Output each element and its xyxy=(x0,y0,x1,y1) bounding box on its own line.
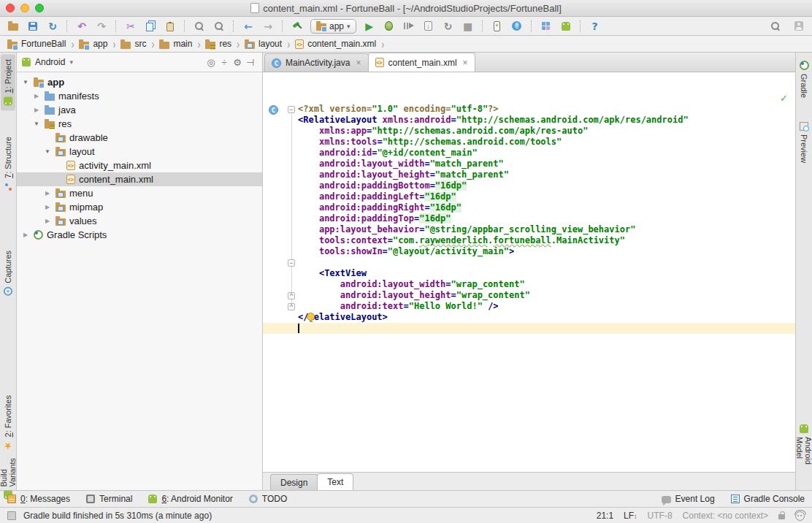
tree-item-activity-main-xml[interactable]: activity_main.xml xyxy=(17,159,262,172)
gradle-console-button[interactable]: Gradle Console xyxy=(731,494,805,504)
locate-icon[interactable]: ◎ xyxy=(204,57,218,68)
breadcrumb-separator: › xyxy=(67,37,77,51)
tool-tab-project[interactable]: 1: Project xyxy=(1,54,15,110)
tree-item-menu[interactable]: ▶menu xyxy=(17,186,262,200)
window-title: content_main.xml - FortuneBall - [~/Andr… xyxy=(0,3,812,14)
editor-tab-mainactivity-java[interactable]: MainActivity.java× xyxy=(264,53,369,72)
editor-mode-tab-design[interactable]: Design xyxy=(270,474,318,490)
line-separator-widget[interactable]: LF↕ xyxy=(624,511,637,521)
open-folder-button[interactable] xyxy=(4,18,22,34)
editor-mode-tab-text[interactable]: Text xyxy=(317,473,353,490)
lock-icon[interactable] xyxy=(778,514,785,519)
settings-gear-icon[interactable]: ⚙ xyxy=(231,57,244,68)
paste-button[interactable] xyxy=(161,18,179,34)
label: Gradle Console xyxy=(744,494,805,504)
redo-button[interactable]: ↷ xyxy=(93,18,110,34)
project-structure-button[interactable] xyxy=(537,18,555,34)
event-log-button[interactable]: Event Log xyxy=(662,494,715,504)
copy-button[interactable] xyxy=(142,18,159,34)
stop-button[interactable]: ■ xyxy=(459,18,477,34)
undo-button[interactable]: ↶ xyxy=(73,18,91,34)
inspections-profile-icon[interactable] xyxy=(795,511,805,521)
encoding-widget[interactable]: UTF-8 xyxy=(648,511,673,521)
tree-expander-icon[interactable]: ▶ xyxy=(32,107,41,113)
close-icon[interactable]: × xyxy=(356,58,361,68)
user-button[interactable] xyxy=(790,18,808,34)
breadcrumb-label: content_main.xml xyxy=(307,39,376,49)
tree-item-java[interactable]: ▶java xyxy=(17,103,262,117)
sync-button[interactable]: ↻ xyxy=(44,18,61,34)
code-line: xmlns:tools="http://schemas.android.com/… xyxy=(263,137,795,148)
attach-debugger-button[interactable] xyxy=(420,18,437,34)
code-editor[interactable]: − − ^ ^ ✓ <?xml version="1.0" encoding="… xyxy=(263,72,795,472)
back-button[interactable]: ← xyxy=(240,18,257,34)
editor-tab-content-main-xml[interactable]: content_main.xml× xyxy=(368,53,475,72)
tool-tab-captures[interactable]: Captures xyxy=(1,245,15,301)
tool-tab-favorites[interactable]: ★2: Favorites xyxy=(1,390,15,457)
tree-expander-icon[interactable]: ▶ xyxy=(21,232,30,238)
tree-item-drawable[interactable]: drawable xyxy=(17,131,262,145)
tree-expander-icon[interactable]: ▼ xyxy=(32,121,41,127)
search-everywhere-button[interactable] xyxy=(767,18,784,34)
sdk-manager-button[interactable] xyxy=(557,18,575,34)
tool-tab-structure[interactable]: 7: Structure xyxy=(1,131,15,196)
tree-expander-icon[interactable]: ▼ xyxy=(43,148,52,155)
breadcrumb-separator: › xyxy=(148,37,158,51)
android-monitor-button[interactable]: 6: Android Monitor xyxy=(148,494,232,504)
breadcrumb-item[interactable]: layout xyxy=(243,38,283,50)
tree-item-app[interactable]: ▼app xyxy=(17,75,262,89)
messages-button[interactable]: 0: Messages xyxy=(7,494,70,504)
tool-tab-gradle[interactable]: Gradle xyxy=(797,56,811,103)
tree-item-content-main-xml[interactable]: content_main.xml xyxy=(17,172,262,186)
cut-button[interactable]: ✂ xyxy=(122,18,139,34)
resource-folder-icon xyxy=(55,135,66,142)
intention-bulb-icon[interactable] xyxy=(307,313,315,321)
help-button[interactable]: ? xyxy=(586,18,604,34)
debug-icon xyxy=(385,21,393,31)
tree-expander-icon[interactable]: ▶ xyxy=(32,93,41,99)
run-coverage-button[interactable] xyxy=(400,18,418,34)
breadcrumb-item[interactable]: src xyxy=(119,38,148,50)
terminal-button[interactable]: Terminal xyxy=(86,494,132,504)
run-configuration-selector[interactable]: app▾ xyxy=(310,19,356,34)
inspection-status-icon[interactable]: ✓ xyxy=(780,93,788,104)
tool-window-switcher-icon[interactable] xyxy=(7,511,16,520)
find-button[interactable] xyxy=(191,18,208,34)
tool-tab-preview[interactable]: Preview xyxy=(797,117,811,168)
build-button[interactable] xyxy=(288,18,306,34)
tree-item-layout[interactable]: ▼layout xyxy=(17,145,262,159)
chevron-down-icon[interactable]: ▾ xyxy=(69,58,73,66)
rerun-icon: ↻ xyxy=(444,21,453,31)
breadcrumb-item[interactable]: main xyxy=(158,38,194,50)
run-button[interactable]: ▶ xyxy=(361,18,378,34)
tree-expander-icon[interactable]: ▶ xyxy=(43,218,52,224)
rerun-button[interactable]: ↻ xyxy=(440,18,457,34)
breadcrumb-separator: › xyxy=(109,37,119,51)
tree-item-values[interactable]: ▶values xyxy=(17,214,262,228)
tree-item-mipmap[interactable]: ▶mipmap xyxy=(17,200,262,214)
caret-position[interactable]: 21:1 xyxy=(597,511,613,521)
save-button[interactable] xyxy=(24,18,42,34)
tree-item-gradle-scripts[interactable]: ▶Gradle Scripts xyxy=(17,228,262,242)
tree-item-res[interactable]: ▼res xyxy=(17,117,262,131)
forward-button[interactable]: → xyxy=(259,18,277,34)
status-message: Gradle build finished in 5s 310ms (a min… xyxy=(23,511,212,521)
breadcrumb-item[interactable]: res xyxy=(204,38,233,50)
tree-expander-icon[interactable]: ▶ xyxy=(43,204,52,210)
replace-button[interactable] xyxy=(210,18,228,34)
tool-tab-android-model[interactable]: Android Model xyxy=(797,419,811,490)
avd-manager-button[interactable] xyxy=(489,18,506,34)
tree-item-manifests[interactable]: ▶manifests xyxy=(17,89,262,103)
project-view-selector[interactable]: Android xyxy=(35,57,65,67)
breadcrumb-item[interactable]: FortuneBall xyxy=(6,38,67,50)
todo-button[interactable]: TODO xyxy=(249,494,287,504)
autoscroll-icon[interactable]: ÷ xyxy=(218,57,231,68)
hide-panel-icon[interactable]: ⊣ xyxy=(244,57,257,68)
debug-button[interactable] xyxy=(380,18,398,34)
breadcrumb-item[interactable]: app xyxy=(77,38,109,50)
sync-gradle-button[interactable] xyxy=(508,18,526,34)
tree-expander-icon[interactable]: ▼ xyxy=(21,79,30,85)
tree-expander-icon[interactable]: ▶ xyxy=(43,190,52,196)
breadcrumb-item[interactable]: content_main.xml xyxy=(294,38,378,50)
close-icon[interactable]: × xyxy=(463,58,468,68)
